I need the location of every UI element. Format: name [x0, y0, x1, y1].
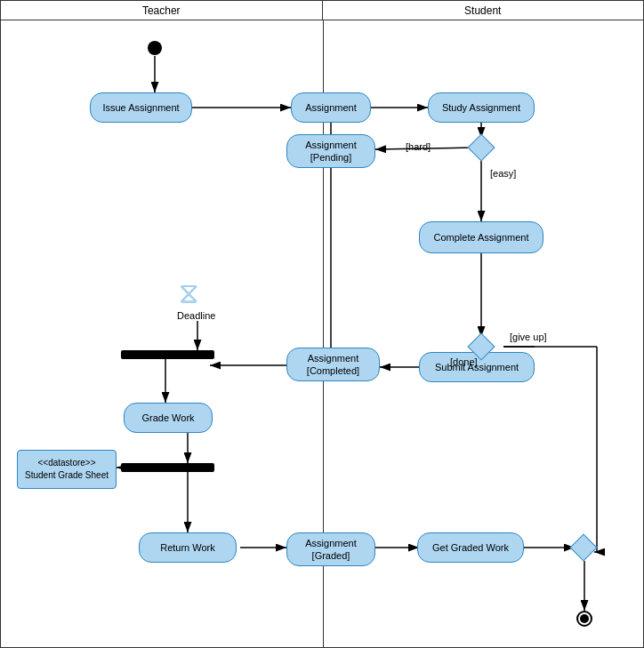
grade-work-node: Grade Work [124, 403, 213, 433]
assignment-pending-node: Assignment [Pending] [286, 134, 375, 168]
assignment-node: Assignment [291, 92, 371, 123]
deadline-label: Deadline [177, 310, 215, 321]
deadline-icon: ⧖ [179, 276, 198, 309]
diamond3 [569, 533, 597, 561]
diagram-container: Teacher Student [0, 0, 644, 648]
give-up-label: [give up] [510, 332, 547, 342]
final-node-inner [580, 614, 589, 623]
fork1-bar [121, 350, 214, 359]
final-node [576, 611, 592, 627]
teacher-lane-label: Teacher [1, 1, 323, 20]
issue-assignment-node: Issue Assignment [90, 92, 192, 123]
return-work-node: Return Work [139, 532, 237, 563]
easy-label: [easy] [490, 168, 516, 179]
assignment-completed-node: Assignment [Completed] [286, 348, 380, 381]
initial-node [148, 41, 162, 55]
study-assignment-node: Study Assignment [428, 92, 535, 123]
student-grade-sheet-node: <<datastore>> Student Grade Sheet [17, 450, 117, 489]
diamond1 [467, 133, 495, 161]
student-lane-label: Student [323, 1, 644, 20]
done-label: [done] [450, 356, 478, 367]
assignment-graded-node: Assignment [Graded] [286, 532, 375, 566]
hard-label: [hard] [406, 141, 431, 152]
fork2-bar [121, 463, 214, 472]
swimlane-header: Teacher Student [1, 1, 643, 20]
complete-assignment-node: Complete Assignment [419, 221, 543, 253]
get-graded-work-node: Get Graded Work [417, 532, 524, 563]
